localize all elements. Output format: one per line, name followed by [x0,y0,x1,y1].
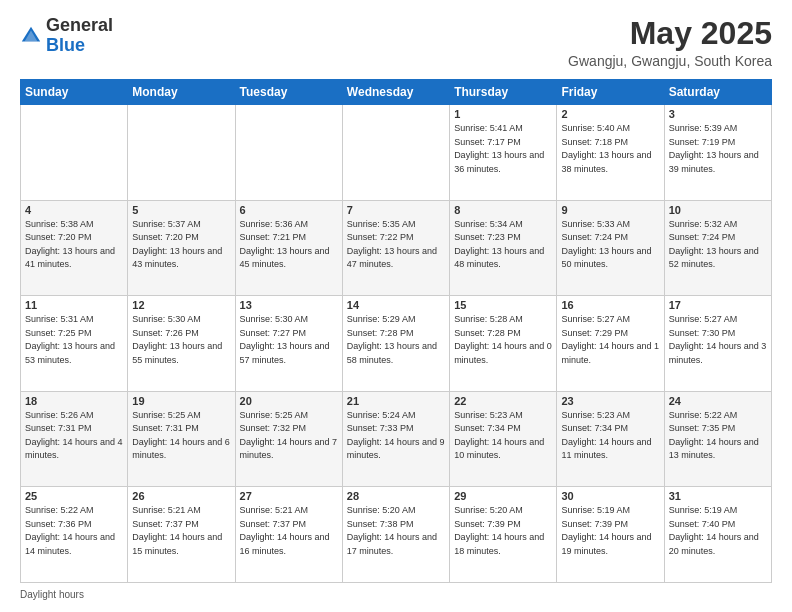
day-number: 18 [25,395,123,407]
footer-note: Daylight hours [20,589,772,600]
week-row-3: 11Sunrise: 5:31 AMSunset: 7:25 PMDayligh… [21,296,772,392]
day-cell-10: 10Sunrise: 5:32 AMSunset: 7:24 PMDayligh… [664,200,771,296]
day-info: Sunrise: 5:34 AMSunset: 7:23 PMDaylight:… [454,218,552,272]
day-number: 31 [669,490,767,502]
day-number: 13 [240,299,338,311]
day-cell-24: 24Sunrise: 5:22 AMSunset: 7:35 PMDayligh… [664,391,771,487]
day-info: Sunrise: 5:23 AMSunset: 7:34 PMDaylight:… [561,409,659,463]
day-cell-23: 23Sunrise: 5:23 AMSunset: 7:34 PMDayligh… [557,391,664,487]
day-cell-empty-0 [21,105,128,201]
col-header-friday: Friday [557,80,664,105]
day-cell-19: 19Sunrise: 5:25 AMSunset: 7:31 PMDayligh… [128,391,235,487]
day-number: 23 [561,395,659,407]
day-info: Sunrise: 5:22 AMSunset: 7:35 PMDaylight:… [669,409,767,463]
day-number: 28 [347,490,445,502]
day-info: Sunrise: 5:22 AMSunset: 7:36 PMDaylight:… [25,504,123,558]
day-number: 2 [561,108,659,120]
day-cell-6: 6Sunrise: 5:36 AMSunset: 7:21 PMDaylight… [235,200,342,296]
main-title: May 2025 [568,16,772,51]
day-number: 3 [669,108,767,120]
day-info: Sunrise: 5:40 AMSunset: 7:18 PMDaylight:… [561,122,659,176]
day-info: Sunrise: 5:33 AMSunset: 7:24 PMDaylight:… [561,218,659,272]
calendar-header: SundayMondayTuesdayWednesdayThursdayFrid… [21,80,772,105]
day-cell-11: 11Sunrise: 5:31 AMSunset: 7:25 PMDayligh… [21,296,128,392]
day-cell-22: 22Sunrise: 5:23 AMSunset: 7:34 PMDayligh… [450,391,557,487]
day-cell-8: 8Sunrise: 5:34 AMSunset: 7:23 PMDaylight… [450,200,557,296]
week-row-2: 4Sunrise: 5:38 AMSunset: 7:20 PMDaylight… [21,200,772,296]
day-number: 14 [347,299,445,311]
day-info: Sunrise: 5:19 AMSunset: 7:39 PMDaylight:… [561,504,659,558]
day-cell-16: 16Sunrise: 5:27 AMSunset: 7:29 PMDayligh… [557,296,664,392]
day-cell-empty-2 [235,105,342,201]
title-block: May 2025 Gwangju, Gwangju, South Korea [568,16,772,69]
day-info: Sunrise: 5:25 AMSunset: 7:32 PMDaylight:… [240,409,338,463]
day-number: 9 [561,204,659,216]
day-cell-5: 5Sunrise: 5:37 AMSunset: 7:20 PMDaylight… [128,200,235,296]
day-number: 8 [454,204,552,216]
subtitle: Gwangju, Gwangju, South Korea [568,53,772,69]
header-row: SundayMondayTuesdayWednesdayThursdayFrid… [21,80,772,105]
day-number: 27 [240,490,338,502]
day-info: Sunrise: 5:25 AMSunset: 7:31 PMDaylight:… [132,409,230,463]
day-cell-13: 13Sunrise: 5:30 AMSunset: 7:27 PMDayligh… [235,296,342,392]
day-info: Sunrise: 5:19 AMSunset: 7:40 PMDaylight:… [669,504,767,558]
day-number: 15 [454,299,552,311]
header: General Blue May 2025 Gwangju, Gwangju, … [20,16,772,69]
day-number: 24 [669,395,767,407]
day-cell-4: 4Sunrise: 5:38 AMSunset: 7:20 PMDaylight… [21,200,128,296]
day-info: Sunrise: 5:29 AMSunset: 7:28 PMDaylight:… [347,313,445,367]
day-cell-18: 18Sunrise: 5:26 AMSunset: 7:31 PMDayligh… [21,391,128,487]
day-cell-14: 14Sunrise: 5:29 AMSunset: 7:28 PMDayligh… [342,296,449,392]
logo-text: General Blue [46,16,113,56]
day-info: Sunrise: 5:39 AMSunset: 7:19 PMDaylight:… [669,122,767,176]
day-cell-17: 17Sunrise: 5:27 AMSunset: 7:30 PMDayligh… [664,296,771,392]
day-number: 25 [25,490,123,502]
col-header-sunday: Sunday [21,80,128,105]
day-cell-9: 9Sunrise: 5:33 AMSunset: 7:24 PMDaylight… [557,200,664,296]
day-number: 16 [561,299,659,311]
week-row-5: 25Sunrise: 5:22 AMSunset: 7:36 PMDayligh… [21,487,772,583]
week-row-1: 1Sunrise: 5:41 AMSunset: 7:17 PMDaylight… [21,105,772,201]
day-info: Sunrise: 5:37 AMSunset: 7:20 PMDaylight:… [132,218,230,272]
day-info: Sunrise: 5:20 AMSunset: 7:39 PMDaylight:… [454,504,552,558]
day-number: 26 [132,490,230,502]
day-cell-3: 3Sunrise: 5:39 AMSunset: 7:19 PMDaylight… [664,105,771,201]
day-number: 17 [669,299,767,311]
col-header-tuesday: Tuesday [235,80,342,105]
day-number: 20 [240,395,338,407]
day-number: 22 [454,395,552,407]
col-header-monday: Monday [128,80,235,105]
day-cell-12: 12Sunrise: 5:30 AMSunset: 7:26 PMDayligh… [128,296,235,392]
day-number: 6 [240,204,338,216]
day-cell-2: 2Sunrise: 5:40 AMSunset: 7:18 PMDaylight… [557,105,664,201]
day-info: Sunrise: 5:27 AMSunset: 7:29 PMDaylight:… [561,313,659,367]
day-number: 4 [25,204,123,216]
day-number: 5 [132,204,230,216]
day-info: Sunrise: 5:21 AMSunset: 7:37 PMDaylight:… [240,504,338,558]
day-cell-28: 28Sunrise: 5:20 AMSunset: 7:38 PMDayligh… [342,487,449,583]
day-cell-empty-3 [342,105,449,201]
day-cell-29: 29Sunrise: 5:20 AMSunset: 7:39 PMDayligh… [450,487,557,583]
col-header-thursday: Thursday [450,80,557,105]
calendar-table: SundayMondayTuesdayWednesdayThursdayFrid… [20,79,772,583]
day-cell-25: 25Sunrise: 5:22 AMSunset: 7:36 PMDayligh… [21,487,128,583]
day-number: 12 [132,299,230,311]
day-number: 10 [669,204,767,216]
day-info: Sunrise: 5:35 AMSunset: 7:22 PMDaylight:… [347,218,445,272]
day-number: 7 [347,204,445,216]
calendar-body: 1Sunrise: 5:41 AMSunset: 7:17 PMDaylight… [21,105,772,583]
day-info: Sunrise: 5:24 AMSunset: 7:33 PMDaylight:… [347,409,445,463]
day-cell-27: 27Sunrise: 5:21 AMSunset: 7:37 PMDayligh… [235,487,342,583]
day-cell-15: 15Sunrise: 5:28 AMSunset: 7:28 PMDayligh… [450,296,557,392]
day-info: Sunrise: 5:30 AMSunset: 7:27 PMDaylight:… [240,313,338,367]
logo: General Blue [20,16,113,56]
day-info: Sunrise: 5:21 AMSunset: 7:37 PMDaylight:… [132,504,230,558]
day-number: 11 [25,299,123,311]
day-info: Sunrise: 5:26 AMSunset: 7:31 PMDaylight:… [25,409,123,463]
logo-icon [20,25,42,47]
day-info: Sunrise: 5:27 AMSunset: 7:30 PMDaylight:… [669,313,767,367]
day-cell-30: 30Sunrise: 5:19 AMSunset: 7:39 PMDayligh… [557,487,664,583]
day-number: 1 [454,108,552,120]
day-info: Sunrise: 5:28 AMSunset: 7:28 PMDaylight:… [454,313,552,367]
day-cell-31: 31Sunrise: 5:19 AMSunset: 7:40 PMDayligh… [664,487,771,583]
